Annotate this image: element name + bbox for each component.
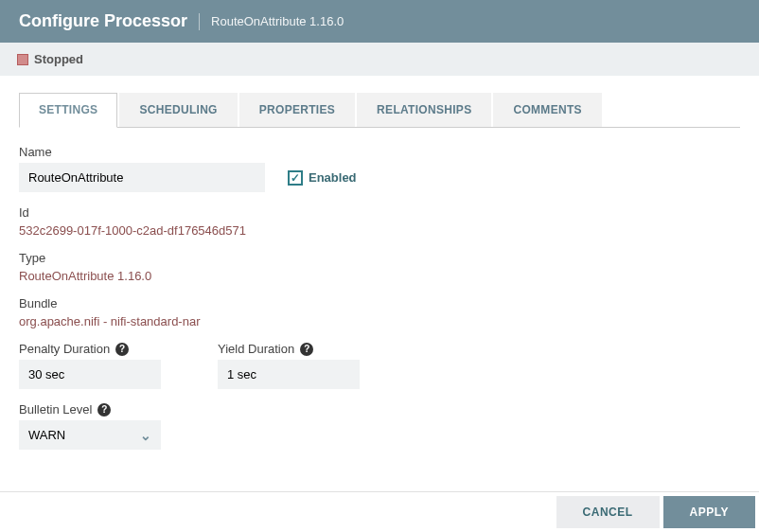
- tab-settings[interactable]: SETTINGS: [19, 93, 117, 128]
- tab-comments[interactable]: COMMENTS: [493, 93, 601, 127]
- bundle-label: Bundle: [19, 296, 740, 310]
- yield-label: Yield Duration ?: [218, 342, 360, 356]
- type-value: RouteOnAttribute 1.16.0: [19, 269, 740, 283]
- settings-panel: Name ✓ Enabled Id 532c2699-017f-1000-c2a…: [19, 128, 740, 491]
- type-row: Type RouteOnAttribute 1.16.0: [19, 251, 740, 283]
- id-value: 532c2699-017f-1000-c2ad-df176546d571: [19, 223, 740, 238]
- id-row: Id 532c2699-017f-1000-c2ad-df176546d571: [19, 205, 740, 238]
- dialog-content: SETTINGS SCHEDULING PROPERTIES RELATIONS…: [0, 76, 759, 491]
- id-label: Id: [19, 205, 740, 220]
- yield-input[interactable]: [218, 360, 360, 389]
- penalty-label: Penalty Duration ?: [19, 342, 161, 356]
- bulletin-label: Bulletin Level ?: [19, 402, 740, 417]
- name-input[interactable]: [19, 163, 265, 192]
- cancel-button[interactable]: CANCEL: [556, 496, 660, 528]
- enabled-label: Enabled: [309, 170, 357, 185]
- dialog-footer: CANCEL APPLY: [0, 491, 759, 532]
- bulletin-value[interactable]: [19, 420, 161, 450]
- enabled-checkbox[interactable]: ✓ Enabled: [288, 170, 357, 186]
- yield-row: Yield Duration ?: [218, 342, 360, 389]
- dialog-title: Configure Processor: [19, 11, 187, 31]
- tab-strip: SETTINGS SCHEDULING PROPERTIES RELATIONS…: [19, 93, 740, 128]
- bundle-value: org.apache.nifi - nifi-standard-nar: [19, 314, 740, 328]
- dialog-header: Configure Processor RouteOnAttribute 1.1…: [0, 0, 759, 43]
- stopped-icon: [17, 54, 28, 65]
- bundle-row: Bundle org.apache.nifi - nifi-standard-n…: [19, 296, 740, 328]
- tab-properties[interactable]: PROPERTIES: [239, 93, 355, 127]
- bulletin-select[interactable]: ⌄: [19, 420, 161, 450]
- name-row: Name ✓ Enabled: [19, 145, 740, 192]
- status-label: Stopped: [34, 52, 83, 66]
- penalty-row: Penalty Duration ?: [19, 342, 161, 389]
- tab-scheduling[interactable]: SCHEDULING: [119, 93, 237, 127]
- header-separator: [199, 13, 200, 30]
- tab-relationships[interactable]: RELATIONSHIPS: [357, 93, 491, 127]
- apply-button[interactable]: APPLY: [663, 496, 755, 528]
- help-icon[interactable]: ?: [300, 343, 313, 356]
- dialog-subtitle: RouteOnAttribute 1.16.0: [211, 14, 344, 28]
- bulletin-row: Bulletin Level ? ⌄: [19, 402, 740, 450]
- name-label: Name: [19, 145, 740, 159]
- status-bar: Stopped: [0, 43, 759, 76]
- type-label: Type: [19, 251, 740, 265]
- check-icon: ✓: [288, 170, 303, 186]
- help-icon[interactable]: ?: [97, 403, 111, 417]
- penalty-input[interactable]: [19, 360, 161, 389]
- help-icon[interactable]: ?: [115, 343, 129, 356]
